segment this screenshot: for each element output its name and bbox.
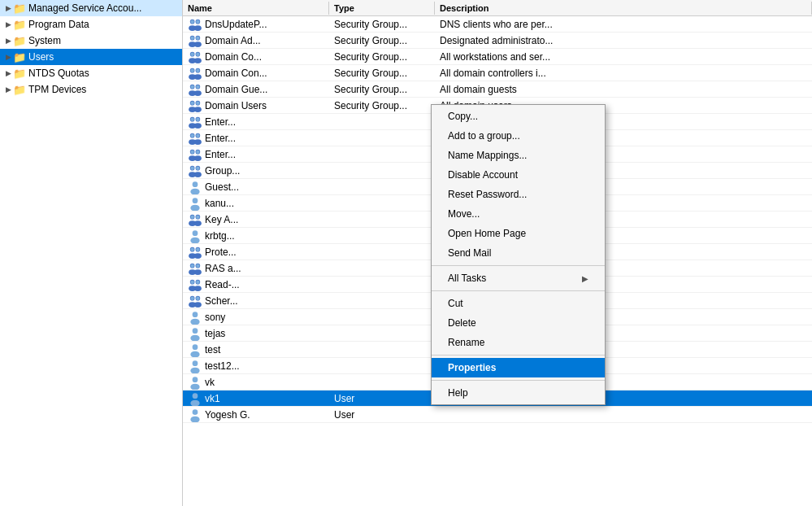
menu-separator <box>432 380 605 381</box>
col-header-desc: Description <box>435 2 812 15</box>
row-icon <box>188 229 202 242</box>
menu-item-send-mail[interactable]: Send Mail <box>432 243 605 263</box>
cell-type <box>329 348 435 351</box>
svg-point-21 <box>194 74 202 80</box>
cell-name: Key A... <box>183 212 329 228</box>
cell-type <box>329 185 435 189</box>
menu-item-delete[interactable]: Delete <box>432 313 605 333</box>
name-text: Prote... <box>205 246 237 258</box>
name-text: krbtg... <box>205 230 235 242</box>
svg-point-109 <box>190 416 199 421</box>
menu-item-label: Help <box>448 387 468 399</box>
svg-point-52 <box>190 150 194 154</box>
svg-point-58 <box>190 166 194 170</box>
svg-point-95 <box>196 296 200 300</box>
svg-point-62 <box>193 198 198 203</box>
menu-item-cut[interactable]: Cut <box>432 294 605 313</box>
svg-point-29 <box>196 85 200 89</box>
sidebar-item-ntds[interactable]: ▶ 📁 NTDS Quotas <box>0 65 182 81</box>
sidebar-item-programdata[interactable]: ▶ 📁 Program Data <box>0 16 182 33</box>
svg-point-107 <box>190 399 199 405</box>
list-row[interactable]: Yogesh G. User <box>183 407 812 423</box>
svg-point-57 <box>194 172 202 177</box>
folder-icon: 📁 <box>13 50 26 63</box>
list-row[interactable]: DnsUpdateP... Security Group... DNS clie… <box>183 16 812 33</box>
menu-item-label: Delete <box>448 317 476 329</box>
sidebar-item-system[interactable]: ▶ 📁 System <box>0 33 182 49</box>
menu-item-label: Add to a group... <box>448 130 520 142</box>
svg-point-45 <box>194 139 202 145</box>
sidebar-item-label: Program Data <box>28 19 89 30</box>
sidebar-item-label: System <box>28 35 61 46</box>
menu-item-open-home-page[interactable]: Open Home Page <box>432 224 605 243</box>
name-text: RAS a... <box>205 263 241 274</box>
sidebar-item-label: Users <box>28 51 54 63</box>
menu-item-label: Reset Password... <box>448 189 527 200</box>
cell-name: Domain Gue... <box>183 81 329 98</box>
row-icon <box>188 311 202 324</box>
row-icon <box>188 18 202 31</box>
menu-item-help[interactable]: Help <box>432 383 605 403</box>
name-text: Domain Gue... <box>205 84 267 95</box>
cell-desc: All workstations and ser... <box>435 50 812 64</box>
menu-item-add-to-a-group-[interactable]: Add to a group... <box>432 126 605 146</box>
svg-point-9 <box>194 41 202 47</box>
folder-icon: 📁 <box>13 67 26 80</box>
cell-name: Guest... <box>183 179 329 195</box>
menu-item-name-mappings-[interactable]: Name Mappings... <box>432 146 605 165</box>
menu-item-label: Rename <box>448 337 484 348</box>
cell-desc: All domain guests <box>435 82 812 97</box>
menu-item-all-tasks[interactable]: All Tasks▶ <box>432 268 605 288</box>
cell-type: Security Group... <box>329 98 435 113</box>
folder-icon: 📁 <box>13 18 26 31</box>
svg-point-59 <box>196 166 200 170</box>
cell-name: sony <box>183 309 329 325</box>
svg-point-5 <box>196 20 200 24</box>
svg-point-93 <box>194 302 202 308</box>
svg-point-67 <box>194 220 202 226</box>
name-text: vk <box>205 377 215 388</box>
name-text: Scher... <box>205 295 238 307</box>
cell-type <box>329 364 435 368</box>
list-row[interactable]: Domain Gue... Security Group... All doma… <box>183 81 812 98</box>
svg-point-11 <box>196 36 200 40</box>
menu-item-move-[interactable]: Move... <box>432 204 605 224</box>
row-icon <box>188 132 202 145</box>
cell-name: Domain Ad... <box>183 33 329 49</box>
name-text: test12... <box>205 360 240 372</box>
menu-item-rename[interactable]: Rename <box>432 333 605 352</box>
menu-item-disable-account[interactable]: Disable Account <box>432 165 605 185</box>
cell-type: User <box>329 391 435 406</box>
svg-point-98 <box>193 328 198 334</box>
menu-item-copy-[interactable]: Copy... <box>432 107 605 126</box>
menu-item-properties[interactable]: Properties <box>432 358 605 377</box>
svg-point-87 <box>194 286 202 291</box>
sidebar-item-label: TPM Devices <box>28 84 86 95</box>
name-text: Guest... <box>205 181 239 193</box>
list-row[interactable]: Domain Ad... Security Group... Designate… <box>183 33 812 49</box>
sidebar-item-tpm[interactable]: ▶ 📁 TPM Devices <box>0 81 182 98</box>
svg-point-94 <box>190 296 194 300</box>
list-row[interactable]: Domain Co... Security Group... All works… <box>183 49 812 65</box>
row-icon <box>188 278 202 291</box>
menu-item-label: Cut <box>448 298 463 309</box>
menu-item-reset-password-[interactable]: Reset Password... <box>432 185 605 204</box>
folder-icon: 📁 <box>13 34 26 47</box>
svg-point-75 <box>194 253 202 259</box>
cell-name: Read-... <box>183 277 329 293</box>
row-icon <box>188 164 202 177</box>
sidebar-item-users[interactable]: ▶ 📁 Users <box>0 49 182 65</box>
list-row[interactable]: Domain Con... Security Group... All doma… <box>183 65 812 81</box>
col-header-type: Type <box>329 2 435 15</box>
row-icon <box>188 294 202 308</box>
name-text: Yogesh G. <box>205 409 250 421</box>
cell-desc: All domain controllers i... <box>435 66 812 81</box>
svg-point-89 <box>196 280 200 284</box>
sidebar-item-managed[interactable]: ▶ 📁 Managed Service Accou... <box>0 0 182 16</box>
expand-arrow: ▶ <box>3 85 13 94</box>
context-menu: Copy...Add to a group...Name Mappings...… <box>431 104 606 405</box>
svg-point-106 <box>193 393 198 399</box>
name-text: tejas <box>205 328 225 339</box>
svg-point-39 <box>194 123 202 129</box>
svg-point-81 <box>194 269 202 275</box>
